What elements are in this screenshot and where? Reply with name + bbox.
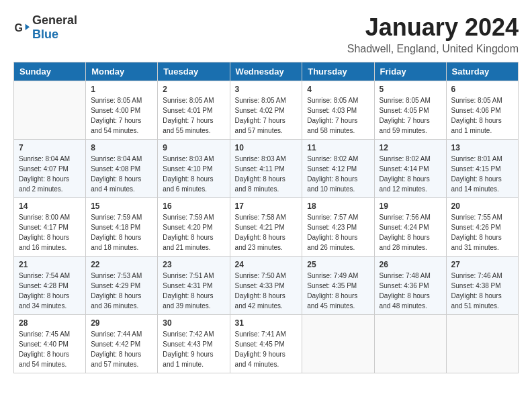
day-number: 17 — [235, 201, 298, 211]
day-info: Sunrise: 7:49 AMSunset: 4:35 PMDaylight:… — [307, 271, 369, 311]
page-subtitle: Shadwell, England, United Kingdom — [347, 43, 519, 55]
calendar-cell — [302, 315, 374, 373]
logo: G General Blue — [13, 13, 77, 42]
calendar-cell: 19Sunrise: 7:56 AMSunset: 4:24 PMDayligh… — [374, 198, 446, 257]
calendar-cell: 16Sunrise: 7:59 AMSunset: 4:20 PMDayligh… — [158, 198, 230, 257]
header-day-sunday: Sunday — [14, 62, 86, 81]
logo-general-text: General — [32, 13, 77, 27]
day-number: 1 — [91, 85, 152, 94]
calendar-cell: 17Sunrise: 7:58 AMSunset: 4:21 PMDayligh… — [230, 198, 302, 257]
calendar-cell: 21Sunrise: 7:54 AMSunset: 4:28 PMDayligh… — [14, 257, 86, 315]
day-number: 31 — [235, 318, 298, 328]
calendar-cell: 25Sunrise: 7:49 AMSunset: 4:35 PMDayligh… — [302, 257, 374, 315]
day-info: Sunrise: 7:58 AMSunset: 4:21 PMDaylight:… — [235, 212, 298, 253]
day-info: Sunrise: 7:59 AMSunset: 4:18 PMDaylight:… — [91, 212, 152, 253]
svg-marker-1 — [26, 24, 30, 30]
day-info: Sunrise: 7:56 AMSunset: 4:24 PMDaylight:… — [380, 212, 441, 253]
calendar-week-3: 14Sunrise: 8:00 AMSunset: 4:17 PMDayligh… — [14, 198, 519, 257]
day-number: 6 — [451, 85, 513, 94]
calendar-cell: 18Sunrise: 7:57 AMSunset: 4:23 PMDayligh… — [302, 198, 374, 257]
title-section: January 2024 Shadwell, England, United K… — [347, 13, 519, 55]
day-info: Sunrise: 8:05 AMSunset: 4:02 PMDaylight:… — [235, 95, 298, 136]
day-info: Sunrise: 8:05 AMSunset: 4:06 PMDaylight:… — [451, 95, 513, 136]
calendar-cell: 9Sunrise: 8:03 AMSunset: 4:10 PMDaylight… — [158, 140, 230, 198]
day-number: 25 — [307, 260, 369, 269]
svg-text:G: G — [15, 22, 23, 34]
calendar-week-1: 1Sunrise: 8:05 AMSunset: 4:00 PMDaylight… — [14, 81, 519, 140]
calendar-cell: 2Sunrise: 8:05 AMSunset: 4:01 PMDaylight… — [158, 81, 230, 140]
header-day-wednesday: Wednesday — [230, 62, 302, 81]
calendar-cell: 26Sunrise: 7:48 AMSunset: 4:36 PMDayligh… — [374, 257, 446, 315]
day-info: Sunrise: 8:00 AMSunset: 4:17 PMDaylight:… — [19, 212, 81, 253]
calendar-cell: 29Sunrise: 7:44 AMSunset: 4:42 PMDayligh… — [86, 315, 158, 373]
day-info: Sunrise: 8:04 AMSunset: 4:07 PMDaylight:… — [19, 154, 81, 194]
day-number: 20 — [451, 201, 513, 211]
calendar-week-5: 28Sunrise: 7:45 AMSunset: 4:40 PMDayligh… — [14, 315, 519, 373]
calendar-cell: 24Sunrise: 7:50 AMSunset: 4:33 PMDayligh… — [230, 257, 302, 315]
day-number: 5 — [380, 85, 441, 94]
logo-icon: G — [13, 19, 30, 36]
calendar-cell: 3Sunrise: 8:05 AMSunset: 4:02 PMDaylight… — [230, 81, 302, 140]
day-number: 24 — [235, 260, 298, 269]
calendar-cell: 11Sunrise: 8:02 AMSunset: 4:12 PMDayligh… — [302, 140, 374, 198]
calendar-cell: 20Sunrise: 7:55 AMSunset: 4:26 PMDayligh… — [446, 198, 518, 257]
calendar-cell: 22Sunrise: 7:53 AMSunset: 4:29 PMDayligh… — [86, 257, 158, 315]
day-info: Sunrise: 7:57 AMSunset: 4:23 PMDaylight:… — [307, 212, 369, 253]
day-info: Sunrise: 7:50 AMSunset: 4:33 PMDaylight:… — [235, 271, 298, 311]
calendar-cell: 14Sunrise: 8:00 AMSunset: 4:17 PMDayligh… — [14, 198, 86, 257]
day-info: Sunrise: 7:41 AMSunset: 4:45 PMDaylight:… — [235, 329, 298, 369]
header-day-friday: Friday — [374, 62, 446, 81]
day-info: Sunrise: 7:51 AMSunset: 4:31 PMDaylight:… — [163, 271, 224, 311]
day-info: Sunrise: 7:55 AMSunset: 4:26 PMDaylight:… — [451, 212, 513, 253]
page-title: January 2024 — [347, 13, 519, 42]
day-info: Sunrise: 8:05 AMSunset: 4:03 PMDaylight:… — [307, 95, 369, 136]
day-number: 21 — [19, 260, 81, 269]
calendar-cell — [446, 315, 518, 373]
calendar-body: 1Sunrise: 8:05 AMSunset: 4:00 PMDaylight… — [14, 81, 519, 373]
header-day-tuesday: Tuesday — [158, 62, 230, 81]
day-number: 10 — [235, 143, 298, 152]
calendar-cell: 8Sunrise: 8:04 AMSunset: 4:08 PMDaylight… — [86, 140, 158, 198]
calendar-table: SundayMondayTuesdayWednesdayThursdayFrid… — [13, 62, 519, 373]
calendar-cell: 10Sunrise: 8:03 AMSunset: 4:11 PMDayligh… — [230, 140, 302, 198]
day-number: 14 — [19, 201, 81, 211]
calendar-cell — [374, 315, 446, 373]
day-number: 26 — [380, 260, 441, 269]
day-number: 9 — [163, 143, 224, 152]
day-number: 16 — [163, 201, 224, 211]
calendar-cell: 4Sunrise: 8:05 AMSunset: 4:03 PMDaylight… — [302, 81, 374, 140]
calendar-cell: 31Sunrise: 7:41 AMSunset: 4:45 PMDayligh… — [230, 315, 302, 373]
day-number: 22 — [91, 260, 152, 269]
day-number: 2 — [163, 85, 224, 94]
day-info: Sunrise: 8:04 AMSunset: 4:08 PMDaylight:… — [91, 154, 152, 194]
day-info: Sunrise: 8:05 AMSunset: 4:00 PMDaylight:… — [91, 95, 152, 136]
header: G General Blue January 2024 Shadwell, En… — [13, 13, 519, 55]
day-info: Sunrise: 7:46 AMSunset: 4:38 PMDaylight:… — [451, 271, 513, 311]
calendar-cell: 12Sunrise: 8:02 AMSunset: 4:14 PMDayligh… — [374, 140, 446, 198]
calendar-cell: 27Sunrise: 7:46 AMSunset: 4:38 PMDayligh… — [446, 257, 518, 315]
calendar-week-2: 7Sunrise: 8:04 AMSunset: 4:07 PMDaylight… — [14, 140, 519, 198]
calendar-week-4: 21Sunrise: 7:54 AMSunset: 4:28 PMDayligh… — [14, 257, 519, 315]
day-number: 30 — [163, 318, 224, 328]
day-number: 23 — [163, 260, 224, 269]
day-info: Sunrise: 8:03 AMSunset: 4:10 PMDaylight:… — [163, 154, 224, 194]
day-info: Sunrise: 7:44 AMSunset: 4:42 PMDaylight:… — [91, 329, 152, 369]
day-number: 4 — [307, 85, 369, 94]
calendar-cell: 13Sunrise: 8:01 AMSunset: 4:15 PMDayligh… — [446, 140, 518, 198]
header-day-thursday: Thursday — [302, 62, 374, 81]
day-info: Sunrise: 7:45 AMSunset: 4:40 PMDaylight:… — [19, 329, 81, 369]
calendar-cell: 30Sunrise: 7:42 AMSunset: 4:43 PMDayligh… — [158, 315, 230, 373]
header-day-monday: Monday — [86, 62, 158, 81]
day-info: Sunrise: 7:54 AMSunset: 4:28 PMDaylight:… — [19, 271, 81, 311]
day-number: 8 — [91, 143, 152, 152]
day-number: 15 — [91, 201, 152, 211]
header-day-saturday: Saturday — [446, 62, 518, 81]
calendar-cell: 15Sunrise: 7:59 AMSunset: 4:18 PMDayligh… — [86, 198, 158, 257]
day-info: Sunrise: 8:05 AMSunset: 4:01 PMDaylight:… — [163, 95, 224, 136]
day-info: Sunrise: 7:42 AMSunset: 4:43 PMDaylight:… — [163, 329, 224, 369]
calendar-cell: 28Sunrise: 7:45 AMSunset: 4:40 PMDayligh… — [14, 315, 86, 373]
day-info: Sunrise: 7:53 AMSunset: 4:29 PMDaylight:… — [91, 271, 152, 311]
calendar-cell: 23Sunrise: 7:51 AMSunset: 4:31 PMDayligh… — [158, 257, 230, 315]
day-number: 13 — [451, 143, 513, 152]
day-info: Sunrise: 7:48 AMSunset: 4:36 PMDaylight:… — [380, 271, 441, 311]
